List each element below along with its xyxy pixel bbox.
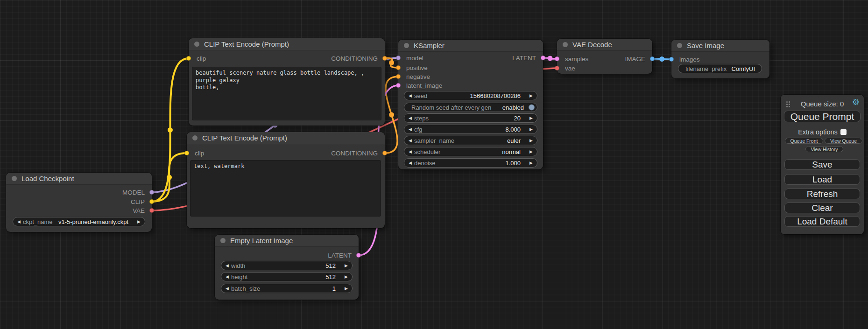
- input-slot-vae[interactable]: vae: [557, 64, 652, 72]
- extra-options-checkbox[interactable]: [840, 129, 847, 135]
- increment-arrow-icon[interactable]: ▶: [345, 287, 348, 291]
- collapse-dot-icon[interactable]: [563, 42, 568, 47]
- sampler-name-widget[interactable]: ◀ sampler_name euler ▶: [404, 136, 537, 145]
- collapse-dot-icon[interactable]: [404, 43, 409, 48]
- node-empty-latent-image[interactable]: Empty Latent Image LATENT ◀ width 512 ▶ …: [215, 235, 359, 300]
- denoise-widget[interactable]: ◀ denoise 1.000 ▶: [404, 158, 537, 168]
- input-slot-positive[interactable]: positive: [398, 63, 543, 72]
- model-output-dot[interactable]: [149, 190, 154, 195]
- view-history-button[interactable]: View History: [805, 146, 843, 152]
- collapse-dot-icon[interactable]: [220, 238, 226, 243]
- node-titlebar[interactable]: Save Image: [671, 40, 769, 52]
- increment-arrow-icon[interactable]: ▶: [137, 220, 141, 224]
- prompt-textarea[interactable]: text, watermark: [190, 160, 381, 217]
- cond-link-negative[interactable]: [385, 77, 398, 153]
- decrement-arrow-icon[interactable]: ◀: [409, 161, 412, 165]
- clip-link-positive[interactable]: [152, 58, 189, 202]
- decrement-arrow-icon[interactable]: ◀: [226, 275, 229, 279]
- conditioning-output-dot[interactable]: [382, 151, 387, 155]
- input-slot-images[interactable]: images: [671, 55, 769, 63]
- decrement-arrow-icon[interactable]: ◀: [409, 139, 412, 143]
- increment-arrow-icon[interactable]: ▶: [529, 94, 533, 98]
- clip-output-dot[interactable]: [149, 199, 154, 204]
- conditioning-output-dot[interactable]: [382, 56, 387, 61]
- output-slot-conditioning[interactable]: CONDITIONING: [189, 54, 385, 63]
- scheduler-widget[interactable]: ◀ scheduler normal ▶: [404, 147, 537, 156]
- node-titlebar[interactable]: KSampler: [398, 40, 543, 52]
- negative-input-dot[interactable]: [396, 74, 401, 79]
- vae-input-dot[interactable]: [555, 66, 559, 70]
- height-widget[interactable]: ◀ height 512 ▶: [221, 272, 353, 281]
- decrement-arrow-icon[interactable]: ◀: [409, 116, 412, 120]
- collapse-dot-icon[interactable]: [677, 43, 682, 48]
- node-titlebar[interactable]: CLIP Text Encode (Prompt): [187, 132, 385, 144]
- latent-output-dot[interactable]: [356, 253, 361, 258]
- decrement-arrow-icon[interactable]: ◀: [409, 94, 412, 98]
- settings-gear-icon[interactable]: ⚙: [852, 98, 860, 106]
- node-save-image[interactable]: Save Image images filename_prefix ComfyU…: [671, 40, 769, 78]
- collapse-dot-icon[interactable]: [192, 135, 198, 140]
- node-titlebar[interactable]: Empty Latent Image: [215, 235, 359, 247]
- output-slot-image[interactable]: IMAGE: [557, 55, 652, 63]
- vae-output-dot[interactable]: [149, 208, 154, 213]
- clip-link-negative[interactable]: [152, 153, 187, 202]
- increment-arrow-icon[interactable]: ▶: [529, 139, 533, 143]
- steps-widget[interactable]: ◀ steps 20 ▶: [404, 113, 537, 123]
- increment-arrow-icon[interactable]: ▶: [529, 161, 533, 165]
- clip-link-negative-midpoint-dot[interactable]: [167, 175, 172, 180]
- node-titlebar[interactable]: Load Checkpoint: [6, 173, 152, 185]
- node-clip-text-encode-negative[interactable]: CLIP Text Encode (Prompt) clip CONDITION…: [187, 132, 385, 228]
- decrement-arrow-icon[interactable]: ◀: [226, 287, 229, 291]
- load-button[interactable]: Load: [784, 174, 860, 185]
- save-button[interactable]: Save: [784, 159, 860, 170]
- toggle-enabled-dot[interactable]: [529, 105, 535, 111]
- cond-link-positive-midpoint-dot[interactable]: [389, 60, 394, 65]
- graph-canvas[interactable]: Load Checkpoint MODEL CLIP VAE ◀ ckpt_na…: [0, 0, 868, 329]
- latent-image-input-dot[interactable]: [396, 83, 401, 88]
- collapse-dot-icon[interactable]: [194, 42, 199, 47]
- node-vae-decode[interactable]: VAE Decode samples IMAGE vae: [557, 39, 652, 74]
- cfg-widget[interactable]: ◀ cfg 8.000 ▶: [404, 125, 537, 134]
- latent-link-ksampler-midpoint-dot[interactable]: [548, 56, 553, 61]
- latent-output-dot[interactable]: [541, 56, 545, 60]
- cond-link-negative-midpoint-dot[interactable]: [389, 112, 394, 118]
- decrement-arrow-icon[interactable]: ◀: [409, 150, 412, 154]
- random-seed-toggle-widget[interactable]: Random seed after every gen enabled: [404, 103, 537, 112]
- clear-button[interactable]: Clear: [784, 203, 860, 213]
- input-slot-latent-image[interactable]: latent_image: [398, 81, 543, 90]
- width-widget[interactable]: ◀ width 512 ▶: [221, 261, 353, 270]
- batch-size-widget[interactable]: ◀ batch_size 1 ▶: [221, 284, 353, 293]
- image-link[interactable]: [652, 59, 671, 59]
- view-queue-button[interactable]: View Queue: [825, 138, 862, 144]
- node-titlebar[interactable]: VAE Decode: [557, 39, 652, 51]
- image-output-dot[interactable]: [650, 56, 655, 61]
- output-slot-latent[interactable]: LATENT: [215, 251, 359, 259]
- increment-arrow-icon[interactable]: ▶: [529, 116, 533, 120]
- increment-arrow-icon[interactable]: ▶: [529, 127, 533, 132]
- increment-arrow-icon[interactable]: ▶: [345, 264, 348, 268]
- prompt-textarea[interactable]: beautiful scenery nature glass bottle la…: [192, 67, 381, 120]
- output-slot-conditioning[interactable]: CONDITIONING: [187, 149, 385, 157]
- node-load-checkpoint[interactable]: Load Checkpoint MODEL CLIP VAE ◀ ckpt_na…: [6, 173, 152, 232]
- decrement-arrow-icon[interactable]: ◀: [409, 127, 412, 132]
- node-ksampler[interactable]: KSampler model LATENT positive negative …: [398, 40, 543, 169]
- output-slot-clip[interactable]: CLIP: [6, 197, 152, 206]
- node-clip-text-encode-positive[interactable]: CLIP Text Encode (Prompt) clip CONDITION…: [189, 38, 385, 126]
- queue-front-button[interactable]: Queue Front: [785, 138, 823, 144]
- image-link-midpoint-dot[interactable]: [659, 56, 664, 62]
- increment-arrow-icon[interactable]: ▶: [345, 275, 348, 279]
- output-slot-latent[interactable]: LATENT: [398, 54, 543, 62]
- collapse-dot-icon[interactable]: [12, 176, 17, 181]
- ckpt-name-widget[interactable]: ◀ ckpt_name v1-5-pruned-emaonly.ckpt ▶: [13, 217, 145, 226]
- input-slot-negative[interactable]: negative: [398, 72, 543, 81]
- positive-input-dot[interactable]: [396, 65, 401, 70]
- load-default-button[interactable]: Load Default: [784, 216, 860, 227]
- increment-arrow-icon[interactable]: ▶: [529, 150, 533, 154]
- decrement-arrow-icon[interactable]: ◀: [226, 264, 229, 268]
- output-slot-model[interactable]: MODEL: [6, 188, 152, 196]
- images-input-dot[interactable]: [669, 57, 674, 62]
- node-titlebar[interactable]: CLIP Text Encode (Prompt): [189, 38, 385, 50]
- seed-widget[interactable]: ◀ seed 156680208700286 ▶: [404, 91, 537, 100]
- decrement-arrow-icon[interactable]: ◀: [17, 220, 21, 224]
- output-slot-vae[interactable]: VAE: [6, 206, 152, 215]
